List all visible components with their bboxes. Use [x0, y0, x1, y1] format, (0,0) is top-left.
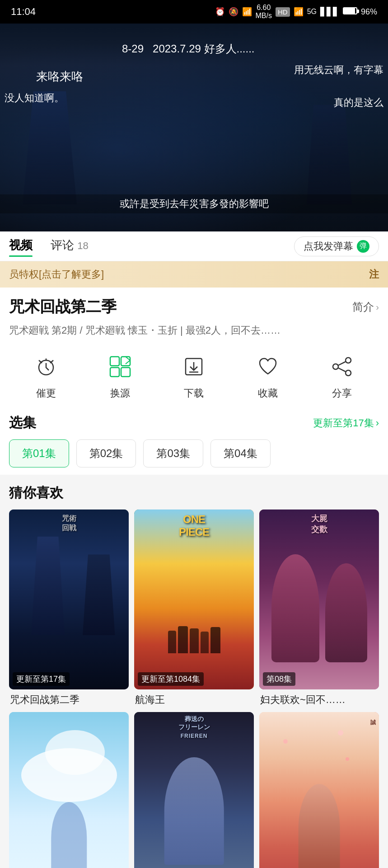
intro-button[interactable]: 简介 › — [352, 300, 379, 314]
comment-nobody: 没人知道啊。 — [5, 91, 64, 105]
recommend-item-fufu[interactable]: 大屍交歡 第08集 妇夫联欢~回不…… — [259, 509, 379, 707]
recommend-item-frieren[interactable]: 葬送のフリーレンFRIEREN — [134, 712, 254, 868]
thumb-onepiece: ONEPIECE 更新至第1084集 — [134, 509, 254, 689]
svg-rect-4 — [110, 357, 119, 366]
thumb-6: 誠 — [259, 712, 379, 868]
recommend-item-onepiece[interactable]: ONEPIECE 更新至第1084集 航海王 — [134, 509, 254, 707]
episode-list: 第01集 第02集 第03集 第04集 — [9, 439, 379, 475]
thumb-4 — [9, 712, 129, 868]
badge-fufu: 第08集 — [263, 672, 295, 686]
signal-bars: ▋▋▋ — [320, 7, 339, 17]
silent-icon: 🔕 — [229, 7, 238, 17]
svg-point-15 — [346, 370, 351, 376]
update-info-btn[interactable]: 更新至第17集 › — [313, 416, 379, 430]
svg-point-13 — [346, 358, 351, 363]
thumb-frieren: 葬送のフリーレンFRIEREN — [134, 712, 254, 868]
episode-btn-03[interactable]: 第03集 — [143, 439, 203, 467]
signal-5g: 5G — [307, 8, 317, 16]
recommendations-section: 猜你喜欢 咒術回戦 更新至第17集 咒术回战第二季 — [0, 475, 388, 868]
svg-line-17 — [338, 368, 346, 372]
thumb-jujutsu: 咒術回戦 更新至第17集 — [9, 509, 129, 689]
svg-rect-7 — [121, 368, 130, 377]
member-join-btn[interactable]: 注 — [369, 268, 379, 281]
switch-source-label: 换源 — [110, 387, 130, 400]
intro-label: 简介 — [352, 300, 374, 314]
comment-laluo: 来咯来咯 — [36, 69, 83, 85]
battery-display — [343, 7, 357, 17]
svg-line-9 — [126, 360, 130, 364]
alarm-icon — [31, 351, 61, 382]
name-fufu: 妇夫联欢~回不…… — [259, 693, 379, 707]
recommendations-grid: 咒術回戦 更新至第17集 咒术回战第二季 — [9, 509, 379, 868]
episode-btn-01[interactable]: 第01集 — [9, 439, 69, 467]
bluetooth-icon: 📶 — [242, 7, 252, 17]
episode-section-header: 选集 更新至第17集 › — [9, 409, 379, 439]
recommend-item-4[interactable] — [9, 712, 129, 868]
favorite-label: 收藏 — [258, 387, 278, 400]
status-icons: ⏰ 🔕 📶 6.60MB/s HD 📶 5G ▋▋▋ 96% — [215, 4, 378, 19]
video-subtitle: 或許是受到去年災害多發的影響吧 — [0, 194, 388, 213]
danmu-icon: 弹 — [357, 240, 369, 253]
recommend-item-jujutsu[interactable]: 咒術回戦 更新至第17集 咒术回战第二季 — [9, 509, 129, 707]
action-favorite[interactable]: 收藏 — [252, 351, 283, 400]
chevron-right-episode-icon: › — [376, 417, 379, 429]
download-label: 下载 — [184, 387, 204, 400]
content-area: 咒术回战第二季 简介 › 咒术廻戦 第2期 / 咒术廻戦 懐玉・玉折 | 最强2… — [0, 288, 388, 475]
share-label: 分享 — [332, 387, 352, 400]
comment-really: 真的是这么 — [334, 96, 383, 109]
danmu-button[interactable]: 点我发弹幕 弹 — [294, 236, 379, 256]
title-row: 咒术回战第二季 简介 › — [9, 297, 379, 317]
badge-jujutsu: 更新至第17集 — [13, 672, 70, 686]
update-info-text: 更新至第17集 — [313, 416, 374, 430]
danmu-label: 点我发弹幕 — [304, 240, 353, 253]
time-display: 11:04 — [11, 6, 36, 18]
member-text: 员特权[点击了解更多] — [9, 268, 104, 281]
speed-display: 6.60MB/s — [256, 4, 272, 19]
download-icon — [178, 351, 209, 382]
recommendations-title: 猜你喜欢 — [9, 484, 379, 502]
tab-comment[interactable]: 评论 18 — [51, 237, 89, 255]
wifi-icon: 📶 — [294, 7, 304, 17]
svg-rect-6 — [110, 368, 119, 377]
section-title: 选集 — [9, 414, 36, 432]
battery-percent: 96% — [361, 7, 377, 17]
action-row: 催更 换源 — [9, 347, 379, 409]
action-share[interactable]: 分享 — [327, 351, 357, 400]
badge-onepiece: 更新至第1084集 — [138, 672, 204, 686]
comment-count: 18 — [77, 240, 88, 251]
thumb-fufu: 大屍交歡 第08集 — [259, 509, 379, 689]
name-jujutsu: 咒术回战第二季 — [9, 693, 129, 707]
heart-icon — [252, 351, 283, 382]
svg-line-16 — [338, 362, 346, 365]
episode-btn-02[interactable]: 第02集 — [76, 439, 136, 467]
status-time: 11:04 — [11, 6, 36, 18]
svg-point-14 — [333, 364, 338, 369]
action-reminder[interactable]: 催更 — [31, 351, 61, 400]
anime-title: 咒术回战第二季 — [9, 297, 117, 317]
comment-date: 8-29 2023.7.29 好多人...... — [122, 42, 255, 56]
recommend-item-6[interactable]: 誠 — [259, 712, 379, 868]
video-background: 8-29 2023.7.29 好多人...... 来咯来咯 用无线云啊，有字幕 … — [0, 24, 388, 231]
video-player[interactable]: 8-29 2023.7.29 好多人...... 来咯来咯 用无线云啊，有字幕 … — [0, 24, 388, 231]
name-onepiece: 航海王 — [134, 693, 254, 707]
alarm-status-icon: ⏰ — [215, 7, 225, 17]
share-icon — [327, 351, 357, 382]
anime-tags: 咒术廻戦 第2期 / 咒术廻戦 懐玉・玉折 | 最强2人，回不去…… — [9, 323, 379, 338]
tab-bar: 视频 评论 18 点我发弹幕 弹 — [0, 231, 388, 261]
hd-badge: HD — [276, 7, 290, 17]
comment-wireless: 用无线云啊，有字幕 — [294, 63, 383, 77]
action-switch-source[interactable]: 换源 — [105, 351, 136, 400]
action-download[interactable]: 下载 — [178, 351, 209, 400]
episode-btn-04[interactable]: 第04集 — [210, 439, 271, 467]
switch-icon — [105, 351, 136, 382]
member-banner[interactable]: 员特权[点击了解更多] 注 — [0, 261, 388, 288]
chevron-right-icon: › — [376, 302, 379, 312]
reminder-label: 催更 — [36, 387, 56, 400]
status-bar: 11:04 ⏰ 🔕 📶 6.60MB/s HD 📶 5G ▋▋▋ 96% — [0, 0, 388, 24]
tab-video[interactable]: 视频 — [9, 237, 33, 255]
